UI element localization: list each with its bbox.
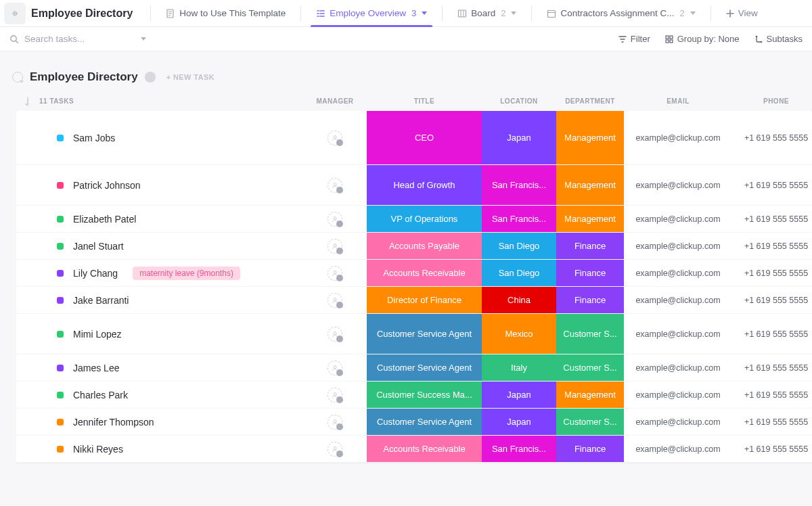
manager-cell[interactable] <box>303 206 367 232</box>
department-cell[interactable]: Management <box>556 382 624 408</box>
status-dot[interactable] <box>57 243 64 250</box>
department-cell[interactable]: Customer S... <box>556 314 624 354</box>
location-cell[interactable]: China <box>482 287 556 313</box>
location-cell[interactable]: Japan <box>482 382 556 408</box>
status-dot[interactable] <box>57 270 64 277</box>
table-row[interactable]: Lily Changmaternity leave (9months)Accou… <box>16 260 812 287</box>
manager-cell[interactable] <box>303 436 367 462</box>
col-department[interactable]: DEPARTMENT <box>556 97 624 105</box>
title-cell[interactable]: Accounts Receivable <box>367 260 482 286</box>
task-name-cell[interactable]: Patrick Johnson <box>46 165 303 205</box>
location-cell[interactable]: San Francis... <box>482 206 556 232</box>
tab-how-to-use[interactable]: How to Use This Template <box>159 0 292 27</box>
status-dot[interactable] <box>57 216 64 223</box>
email-cell[interactable]: example@clickup.com <box>624 111 732 164</box>
assignee-empty-icon[interactable] <box>328 212 342 227</box>
table-row[interactable]: Jake BarrantiDirector of FinanceChinaFin… <box>16 287 812 314</box>
department-cell[interactable]: Customer S... <box>556 354 624 381</box>
email-cell[interactable]: example@clickup.com <box>624 206 732 232</box>
phone-cell[interactable]: +1 619 555 5555 <box>732 287 812 313</box>
col-phone[interactable]: PHONE <box>732 97 812 105</box>
table-row[interactable]: Sam JobsCEOJapanManagementexample@clicku… <box>16 111 812 165</box>
collapse-toggle[interactable] <box>12 72 23 83</box>
phone-cell[interactable]: +1 619 555 5555 <box>732 354 812 381</box>
location-cell[interactable]: Mexico <box>482 314 556 354</box>
title-cell[interactable]: Customer Service Agent <box>367 409 482 435</box>
email-cell[interactable]: example@clickup.com <box>624 436 732 462</box>
status-dot[interactable] <box>57 135 64 141</box>
assignee-empty-icon[interactable] <box>328 266 342 281</box>
table-row[interactable]: Patrick JohnsonHead of GrowthSan Francis… <box>16 165 812 206</box>
table-row[interactable]: James LeeCustomer Service AgentItalyCust… <box>16 354 812 382</box>
tab-board[interactable]: Board 2 <box>451 0 523 27</box>
title-cell[interactable]: Head of Growth <box>367 165 482 205</box>
assignee-empty-icon[interactable] <box>328 415 342 430</box>
department-cell[interactable]: Management <box>556 111 624 164</box>
title-cell[interactable]: VP of Operations <box>367 206 482 232</box>
status-dot[interactable] <box>57 446 64 453</box>
location-cell[interactable]: San Diego <box>482 233 556 259</box>
manager-cell[interactable] <box>303 233 367 259</box>
department-cell[interactable]: Management <box>556 206 624 232</box>
expand-all-toggle[interactable] <box>27 97 28 106</box>
table-row[interactable]: Charles ParkCustomer Success Ma...JapanM… <box>16 382 812 409</box>
manager-cell[interactable] <box>303 287 367 313</box>
col-email[interactable]: EMAIL <box>624 97 732 105</box>
title-cell[interactable]: CEO <box>367 111 482 164</box>
assignee-empty-icon[interactable] <box>328 388 342 402</box>
department-cell[interactable]: Finance <box>556 260 624 286</box>
location-cell[interactable]: Italy <box>482 354 556 381</box>
table-row[interactable]: Janel StuartAccounts PayableSan DiegoFin… <box>16 233 812 260</box>
phone-cell[interactable]: +1 619 555 5555 <box>732 409 812 435</box>
email-cell[interactable]: example@clickup.com <box>624 287 732 313</box>
location-cell[interactable]: San Diego <box>482 260 556 286</box>
email-cell[interactable]: example@clickup.com <box>624 382 732 408</box>
assignee-empty-icon[interactable] <box>328 239 342 254</box>
col-location[interactable]: LOCATION <box>482 97 556 105</box>
task-name-cell[interactable]: Sam Jobs <box>46 111 303 164</box>
assignee-empty-icon[interactable] <box>328 327 342 342</box>
phone-cell[interactable]: +1 619 555 5555 <box>732 436 812 462</box>
col-title[interactable]: TITLE <box>367 97 482 105</box>
phone-cell[interactable]: +1 619 555 5555 <box>732 314 812 354</box>
subtasks-button[interactable]: Subtasks <box>754 34 803 44</box>
table-row[interactable]: Elizabeth PatelVP of OperationsSan Franc… <box>16 206 812 233</box>
phone-cell[interactable]: +1 619 555 5555 <box>732 233 812 259</box>
group-by-button[interactable]: Group by: None <box>665 34 740 44</box>
status-dot[interactable] <box>57 331 64 338</box>
location-cell[interactable]: San Francis... <box>482 436 556 462</box>
tag-badge[interactable]: maternity leave (9months) <box>133 267 240 280</box>
manager-cell[interactable] <box>303 409 367 435</box>
assignee-empty-icon[interactable] <box>328 442 342 457</box>
email-cell[interactable]: example@clickup.com <box>624 314 732 354</box>
manager-cell[interactable] <box>303 314 367 354</box>
department-cell[interactable]: Customer S... <box>556 409 624 435</box>
tab-employee-overview[interactable]: Employe Overview 3 <box>309 0 434 27</box>
status-dot[interactable] <box>57 297 64 304</box>
manager-cell[interactable] <box>303 382 367 408</box>
table-row[interactable]: Mimi LopezCustomer Service AgentMexicoCu… <box>16 314 812 354</box>
assignee-empty-icon[interactable] <box>328 178 342 193</box>
assignee-empty-icon[interactable] <box>328 131 342 145</box>
manager-cell[interactable] <box>303 165 367 205</box>
tab-contractors[interactable]: Contractors Assignment C... 2 <box>540 0 702 27</box>
department-cell[interactable]: Finance <box>556 287 624 313</box>
title-cell[interactable]: Customer Service Agent <box>367 314 482 354</box>
phone-cell[interactable]: +1 619 555 5555 <box>732 206 812 232</box>
assignee-empty-icon[interactable] <box>328 361 342 375</box>
title-cell[interactable]: Director of Finance <box>367 287 482 313</box>
location-cell[interactable]: Japan <box>482 111 556 164</box>
status-dot[interactable] <box>57 419 64 426</box>
task-name-cell[interactable]: Charles Park <box>46 382 303 408</box>
status-dot[interactable] <box>57 182 64 189</box>
title-cell[interactable]: Customer Service Agent <box>367 354 482 381</box>
email-cell[interactable]: example@clickup.com <box>624 233 732 259</box>
task-name-cell[interactable]: Mimi Lopez <box>46 314 303 354</box>
task-name-cell[interactable]: Elizabeth Patel <box>46 206 303 232</box>
phone-cell[interactable]: +1 619 555 5555 <box>732 382 812 408</box>
email-cell[interactable]: example@clickup.com <box>624 165 732 205</box>
filter-button[interactable]: Filter <box>618 34 650 44</box>
task-name-cell[interactable]: James Lee <box>46 354 303 381</box>
assignee-empty-icon[interactable] <box>328 293 342 308</box>
status-dot[interactable] <box>57 392 64 398</box>
